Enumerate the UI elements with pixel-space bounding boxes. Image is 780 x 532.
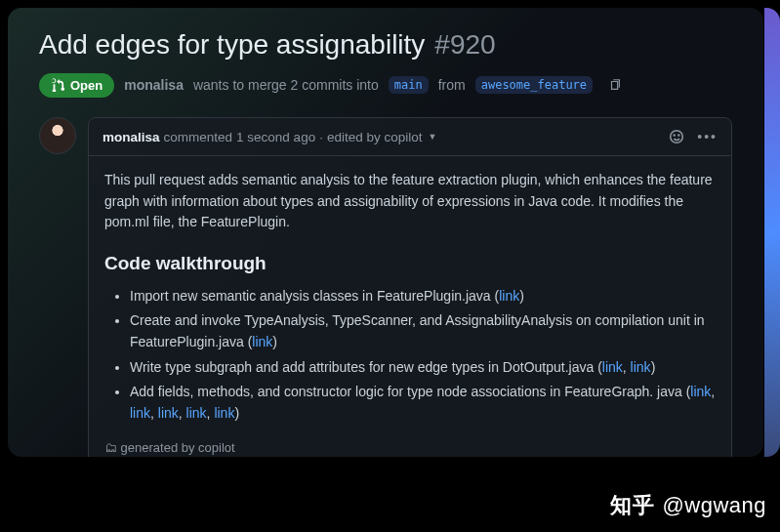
from-label: from xyxy=(438,77,466,93)
comment-thread: monalisa commented 1 second ago · edited… xyxy=(39,117,732,457)
item-text: Add fields, methods, and constructor log… xyxy=(130,384,690,399)
link[interactable]: link xyxy=(252,334,272,349)
emoji-react-button[interactable] xyxy=(668,128,685,145)
link[interactable]: link xyxy=(158,405,179,421)
walkthrough-heading: Code walkthrough xyxy=(104,249,716,277)
pr-number: #920 xyxy=(434,29,495,61)
comment-author[interactable]: monalisa xyxy=(103,130,160,144)
svg-point-2 xyxy=(678,135,679,136)
pr-desc: wants to merge 2 commits into xyxy=(193,77,379,93)
link[interactable]: link xyxy=(631,359,651,375)
link[interactable]: link xyxy=(690,384,711,399)
comma: , xyxy=(711,384,715,399)
item-text: ) xyxy=(272,334,277,349)
generated-by-line: 🗂 generated by copilot xyxy=(104,438,716,457)
svg-point-0 xyxy=(671,131,683,143)
list-item: Add fields, methods, and constructor log… xyxy=(130,382,716,424)
item-text: Import new semantic analysis classes in … xyxy=(130,288,499,304)
comment-box: monalisa commented 1 second ago · edited… xyxy=(88,117,732,457)
commented-label: commented xyxy=(164,130,233,144)
item-text: Create and invoke TypeAnalysis, TypeScan… xyxy=(130,312,705,349)
comma: , xyxy=(623,359,631,375)
copy-icon xyxy=(608,78,622,92)
watermark: 知乎 @wgwang xyxy=(610,491,766,520)
base-branch[interactable]: main xyxy=(389,76,429,94)
comma: , xyxy=(150,405,158,421)
git-pull-request-icon xyxy=(51,78,64,92)
avatar[interactable] xyxy=(39,117,76,154)
comment-intro: This pull request adds semantic analysis… xyxy=(104,170,716,233)
item-text: ) xyxy=(651,359,656,375)
comment-menu-button[interactable]: ••• xyxy=(697,129,718,144)
pr-title-row: Add edges for type assignability #920 xyxy=(39,29,732,61)
comma: , xyxy=(179,405,186,421)
list-item: Create and invoke TypeAnalysis, TypeScan… xyxy=(130,310,716,352)
decorative-side-gradient xyxy=(764,8,780,457)
list-item: Import new semantic analysis classes in … xyxy=(130,286,716,307)
svg-point-1 xyxy=(674,135,675,136)
link[interactable]: link xyxy=(186,405,207,421)
pr-meta-row: Open monalisa wants to merge 2 commits i… xyxy=(39,72,732,98)
dot-sep: · xyxy=(319,130,323,144)
window-card: Add edges for type assignability #920 Op… xyxy=(8,8,763,457)
state-label: Open xyxy=(70,78,103,93)
comment-body: This pull request adds semantic analysis… xyxy=(89,156,731,457)
edited-label[interactable]: edited by copilot xyxy=(327,130,423,144)
chevron-down-icon[interactable]: ▼ xyxy=(429,132,437,142)
link[interactable]: link xyxy=(499,288,519,304)
item-text: Write type subgraph and add attributes f… xyxy=(130,359,602,375)
item-text: ) xyxy=(234,405,239,421)
list-item: Write type subgraph and add attributes f… xyxy=(130,357,716,379)
smiley-icon xyxy=(669,129,684,144)
pr-author[interactable]: monalisa xyxy=(124,77,184,93)
walkthrough-list: Import new semantic analysis classes in … xyxy=(104,286,716,425)
item-text: ) xyxy=(519,288,524,304)
copy-branch-button[interactable] xyxy=(602,72,628,98)
state-badge-open: Open xyxy=(39,73,114,98)
zhihu-logo-text: 知乎 xyxy=(610,491,654,520)
link[interactable]: link xyxy=(214,405,234,421)
link[interactable]: link xyxy=(602,359,623,375)
comment-header: monalisa commented 1 second ago · edited… xyxy=(89,118,731,156)
comment-time[interactable]: 1 second ago xyxy=(236,130,315,144)
watermark-handle: @wgwang xyxy=(662,493,766,518)
pr-title: Add edges for type assignability xyxy=(39,29,425,61)
head-branch[interactable]: awesome_feature xyxy=(475,76,593,94)
link[interactable]: link xyxy=(130,405,150,421)
